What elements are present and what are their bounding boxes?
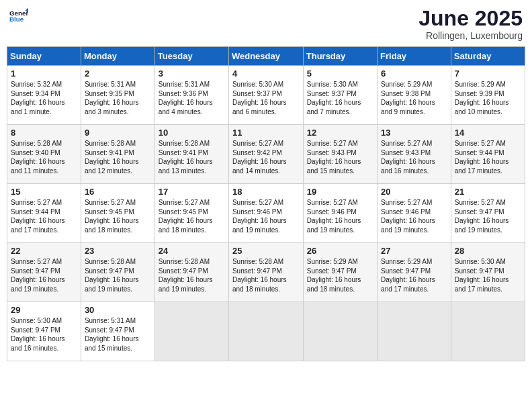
calendar-cell: 3Sunrise: 5:31 AMSunset: 9:36 PMDaylight…	[154, 66, 228, 125]
calendar-cell: 17Sunrise: 5:27 AMSunset: 9:45 PMDayligh…	[154, 184, 228, 243]
calendar-cell: 6Sunrise: 5:29 AMSunset: 9:38 PMDaylight…	[378, 66, 451, 125]
cell-info: Sunrise: 5:29 AMSunset: 9:47 PMDaylight:…	[381, 257, 447, 293]
day-number: 6	[381, 68, 447, 79]
month-title: June 2025	[418, 7, 523, 30]
day-number: 15	[11, 187, 77, 197]
day-number: 3	[159, 68, 225, 79]
cell-info: Sunrise: 5:27 AMSunset: 9:43 PMDaylight:…	[381, 139, 447, 175]
day-number: 7	[455, 68, 521, 79]
calendar-week-row: 15Sunrise: 5:27 AMSunset: 9:44 PMDayligh…	[7, 184, 525, 243]
calendar-cell: 20Sunrise: 5:27 AMSunset: 9:46 PMDayligh…	[378, 184, 451, 243]
calendar-cell: 2Sunrise: 5:31 AMSunset: 9:35 PMDaylight…	[81, 66, 154, 125]
page-header: General Blue June 2025 Rollingen, Luxemb…	[7, 7, 525, 41]
day-number: 27	[381, 246, 447, 256]
calendar-cell: 21Sunrise: 5:27 AMSunset: 9:47 PMDayligh…	[451, 184, 525, 243]
day-number: 2	[85, 68, 151, 79]
day-number: 20	[381, 187, 447, 197]
day-number: 4	[232, 68, 300, 79]
logo: General Blue	[9, 7, 28, 26]
location: Rollingen, Luxembourg	[418, 30, 523, 41]
day-number: 17	[159, 187, 225, 197]
day-number: 9	[85, 128, 151, 138]
cell-info: Sunrise: 5:28 AMSunset: 9:41 PMDaylight:…	[85, 139, 151, 175]
calendar-cell: 1Sunrise: 5:32 AMSunset: 9:34 PMDaylight…	[7, 66, 81, 125]
day-number: 18	[232, 187, 300, 197]
day-number: 23	[85, 246, 151, 256]
cell-info: Sunrise: 5:27 AMSunset: 9:45 PMDaylight:…	[85, 198, 151, 234]
cell-info: Sunrise: 5:28 AMSunset: 9:41 PMDaylight:…	[159, 139, 225, 175]
day-number: 19	[307, 187, 373, 197]
svg-text:Blue: Blue	[9, 15, 24, 23]
calendar-cell: 7Sunrise: 5:29 AMSunset: 9:39 PMDaylight…	[451, 66, 525, 125]
calendar-day-header: Friday	[378, 47, 451, 66]
title-area: June 2025 Rollingen, Luxembourg	[418, 7, 523, 41]
calendar-day-header: Saturday	[451, 47, 525, 66]
day-number: 24	[159, 246, 225, 256]
calendar-cell: 27Sunrise: 5:29 AMSunset: 9:47 PMDayligh…	[378, 243, 451, 302]
calendar-cell: 15Sunrise: 5:27 AMSunset: 9:44 PMDayligh…	[7, 184, 81, 243]
day-number: 8	[11, 128, 77, 138]
day-number: 11	[232, 128, 300, 138]
calendar-week-row: 22Sunrise: 5:27 AMSunset: 9:47 PMDayligh…	[7, 243, 525, 302]
calendar-cell: 30Sunrise: 5:31 AMSunset: 9:47 PMDayligh…	[81, 302, 154, 361]
calendar-cell: 11Sunrise: 5:27 AMSunset: 9:42 PMDayligh…	[228, 125, 303, 184]
calendar-day-header: Sunday	[7, 47, 81, 66]
logo-icon: General Blue	[9, 7, 28, 26]
cell-info: Sunrise: 5:27 AMSunset: 9:46 PMDaylight:…	[232, 198, 300, 234]
cell-info: Sunrise: 5:30 AMSunset: 9:37 PMDaylight:…	[307, 80, 373, 116]
day-number: 22	[11, 246, 77, 256]
day-number: 14	[455, 128, 521, 138]
calendar-header-row: SundayMondayTuesdayWednesdayThursdayFrid…	[7, 47, 525, 66]
cell-info: Sunrise: 5:27 AMSunset: 9:46 PMDaylight:…	[307, 198, 373, 234]
calendar-cell: 29Sunrise: 5:30 AMSunset: 9:47 PMDayligh…	[7, 302, 81, 361]
cell-info: Sunrise: 5:27 AMSunset: 9:46 PMDaylight:…	[381, 198, 447, 234]
calendar-cell: 28Sunrise: 5:30 AMSunset: 9:47 PMDayligh…	[451, 243, 525, 302]
day-number: 13	[381, 128, 447, 138]
cell-info: Sunrise: 5:27 AMSunset: 9:42 PMDaylight:…	[232, 139, 300, 175]
calendar-cell: 4Sunrise: 5:30 AMSunset: 9:37 PMDaylight…	[228, 66, 303, 125]
calendar-cell: 22Sunrise: 5:27 AMSunset: 9:47 PMDayligh…	[7, 243, 81, 302]
cell-info: Sunrise: 5:30 AMSunset: 9:47 PMDaylight:…	[455, 257, 521, 293]
calendar-cell: 16Sunrise: 5:27 AMSunset: 9:45 PMDayligh…	[81, 184, 154, 243]
day-number: 25	[232, 246, 300, 256]
calendar-day-header: Tuesday	[154, 47, 228, 66]
calendar-table: SundayMondayTuesdayWednesdayThursdayFrid…	[7, 46, 525, 361]
day-number: 30	[85, 305, 151, 315]
calendar-cell: 24Sunrise: 5:28 AMSunset: 9:47 PMDayligh…	[154, 243, 228, 302]
calendar-week-row: 8Sunrise: 5:28 AMSunset: 9:40 PMDaylight…	[7, 125, 525, 184]
day-number: 29	[11, 305, 77, 315]
calendar-week-row: 29Sunrise: 5:30 AMSunset: 9:47 PMDayligh…	[7, 302, 525, 361]
cell-info: Sunrise: 5:29 AMSunset: 9:38 PMDaylight:…	[381, 80, 447, 116]
day-number: 21	[455, 187, 521, 197]
cell-info: Sunrise: 5:28 AMSunset: 9:40 PMDaylight:…	[11, 139, 77, 175]
cell-info: Sunrise: 5:29 AMSunset: 9:47 PMDaylight:…	[307, 257, 373, 293]
calendar-cell: 10Sunrise: 5:28 AMSunset: 9:41 PMDayligh…	[154, 125, 228, 184]
cell-info: Sunrise: 5:27 AMSunset: 9:47 PMDaylight:…	[455, 198, 521, 234]
calendar-cell	[303, 302, 377, 361]
cell-info: Sunrise: 5:31 AMSunset: 9:36 PMDaylight:…	[159, 80, 225, 116]
cell-info: Sunrise: 5:30 AMSunset: 9:37 PMDaylight:…	[232, 80, 300, 116]
day-number: 12	[307, 128, 373, 138]
day-number: 10	[159, 128, 225, 138]
calendar-week-row: 1Sunrise: 5:32 AMSunset: 9:34 PMDaylight…	[7, 66, 525, 125]
cell-info: Sunrise: 5:27 AMSunset: 9:43 PMDaylight:…	[307, 139, 373, 175]
calendar-cell: 23Sunrise: 5:28 AMSunset: 9:47 PMDayligh…	[81, 243, 154, 302]
day-number: 28	[455, 246, 521, 256]
calendar-cell: 9Sunrise: 5:28 AMSunset: 9:41 PMDaylight…	[81, 125, 154, 184]
calendar-day-header: Monday	[81, 47, 154, 66]
cell-info: Sunrise: 5:27 AMSunset: 9:45 PMDaylight:…	[159, 198, 225, 234]
calendar-day-header: Thursday	[303, 47, 377, 66]
calendar-day-header: Wednesday	[228, 47, 303, 66]
cell-info: Sunrise: 5:29 AMSunset: 9:39 PMDaylight:…	[455, 80, 521, 116]
calendar-cell: 5Sunrise: 5:30 AMSunset: 9:37 PMDaylight…	[303, 66, 377, 125]
cell-info: Sunrise: 5:30 AMSunset: 9:47 PMDaylight:…	[11, 316, 77, 353]
cell-info: Sunrise: 5:31 AMSunset: 9:35 PMDaylight:…	[85, 80, 151, 116]
cell-info: Sunrise: 5:32 AMSunset: 9:34 PMDaylight:…	[11, 80, 77, 116]
day-number: 1	[11, 68, 77, 79]
calendar-cell	[228, 302, 303, 361]
calendar-cell	[451, 302, 525, 361]
calendar-cell	[378, 302, 451, 361]
calendar-cell: 13Sunrise: 5:27 AMSunset: 9:43 PMDayligh…	[378, 125, 451, 184]
cell-info: Sunrise: 5:27 AMSunset: 9:44 PMDaylight:…	[455, 139, 521, 175]
cell-info: Sunrise: 5:31 AMSunset: 9:47 PMDaylight:…	[85, 316, 151, 353]
